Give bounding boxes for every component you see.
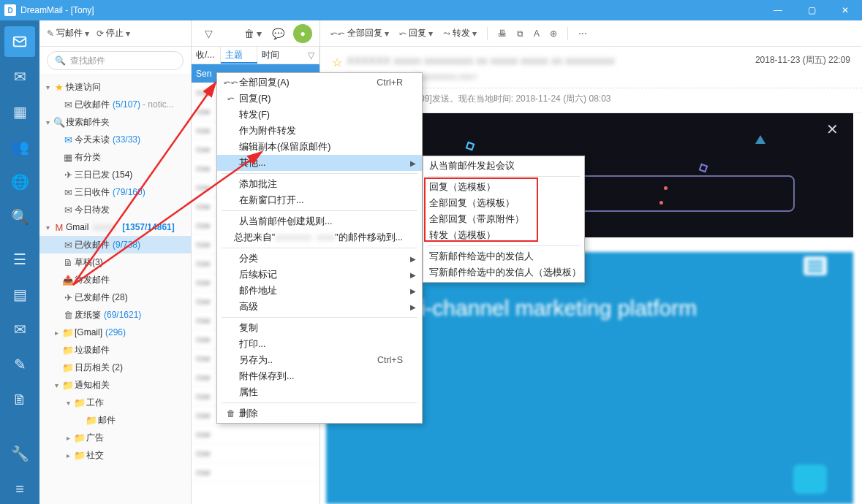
menu-move-to[interactable]: 总把来自"xxxxxxxx xxxx"的邮件移动到... xyxy=(217,229,422,245)
rail-globe-icon[interactable]: 🌐 xyxy=(4,167,35,197)
submenu-new-to-sel[interactable]: 写新邮件给选中的发信人 xyxy=(423,248,584,264)
hamburger-icon[interactable] xyxy=(804,256,827,275)
tree-today-pending[interactable]: ✉今日待发 xyxy=(39,201,191,218)
col-time: 时间▽ xyxy=(257,47,320,64)
rail-search-icon[interactable]: 🔍 xyxy=(4,202,35,232)
external-icon[interactable]: ⧉ xyxy=(514,24,526,43)
menu-advanced[interactable]: 高级▶ xyxy=(217,299,422,315)
rail-menu-icon[interactable]: ≡ xyxy=(4,473,35,504)
forward-button[interactable]: ⤳转发▾ xyxy=(440,24,480,43)
rail-edit-icon[interactable]: ✎ xyxy=(4,349,35,380)
menu-copy[interactable]: 复制 xyxy=(217,320,422,336)
zoom-icon[interactable]: ⊕ xyxy=(547,24,560,43)
menu-save-as[interactable]: 另存为..Ctrl+S xyxy=(217,352,422,368)
menu-delete[interactable]: 🗑删除 xyxy=(217,405,422,421)
submenu-new-to-sel-tpl[interactable]: 写新邮件给选中的发信人（选模板） xyxy=(423,264,584,280)
menu-save-attach[interactable]: 附件保存到... xyxy=(217,368,422,384)
window-title: DreamMail - [Tony] xyxy=(20,5,761,15)
tree-gmail-mail[interactable]: 📁邮件 xyxy=(39,411,191,429)
tree-gmail-inbox[interactable]: ✉已收邮件(9/738) xyxy=(39,236,191,253)
submenu-reply-tpl[interactable]: 回复（选模板） xyxy=(423,179,584,195)
tree-sent-3days[interactable]: ✈三日已发 (154) xyxy=(39,166,191,183)
context-submenu: 从当前邮件发起会议 回复（选模板） 全部回复（选模板） 全部回复（带原附件） 转… xyxy=(423,156,585,283)
folder-sidebar: ✎写邮件▾ ⟳停止▾ 🔍查找邮件 ▾★快速访问 ✉已收邮件(5/107)- no… xyxy=(39,20,192,504)
menu-other[interactable]: 其他...▶ xyxy=(217,155,422,171)
submenu-start-meeting[interactable]: 从当前邮件发起会议 xyxy=(423,158,584,174)
menu-add-annotation[interactable]: 添加批注 xyxy=(217,176,422,192)
tree-gmail-notify[interactable]: ▾📁通知相关 xyxy=(39,376,191,394)
tree-quick-access[interactable]: ▾★快速访问 xyxy=(39,78,191,96)
tree-quick-inbox[interactable]: ✉已收邮件(5/107)- notic... xyxy=(39,96,191,113)
menu-edit-copy[interactable]: 编辑副本(保留原邮件) xyxy=(217,139,422,155)
maximize-button[interactable]: ▢ xyxy=(795,0,828,20)
star-icon[interactable]: ☆ xyxy=(332,56,342,69)
menu-mail-addr[interactable]: 邮件地址▶ xyxy=(217,283,422,299)
reply-button[interactable]: ⤺回复▾ xyxy=(396,24,436,43)
rail-envelope-icon[interactable]: ✉ xyxy=(4,61,35,92)
compose-button[interactable]: ✎写邮件▾ xyxy=(47,27,89,39)
menu-properties[interactable]: 属性 xyxy=(217,384,422,400)
rail-doc-icon[interactable]: 🗎 xyxy=(4,384,35,415)
tree-gmail-social[interactable]: ▸📁社交 xyxy=(39,446,191,464)
submenu-reply-all-tpl[interactable]: 全部回复（选模板） xyxy=(423,195,584,211)
menu-followup[interactable]: 后续标记▶ xyxy=(217,267,422,283)
delete-icon[interactable]: 🗑 ▾ xyxy=(243,24,262,43)
app-icon: D xyxy=(4,4,16,16)
search-icon: 🔍 xyxy=(55,56,66,66)
menu-forward[interactable]: 转发(F) xyxy=(217,107,422,123)
rail-contacts-icon[interactable]: 👥 xyxy=(4,131,35,162)
tree-gmail-outbox[interactable]: 📤待发邮件 xyxy=(39,271,191,289)
rail-mail-icon[interactable] xyxy=(4,26,35,57)
nav-rail: ✉ ▦ 👥 🌐 🔍 ☰ ▤ ✉ ✎ 🗎 🔧 ≡ xyxy=(0,20,39,504)
tree-gmail-ads[interactable]: ▸📁广告 xyxy=(39,429,191,446)
tree-today-unread[interactable]: ✉今天未读(33/33) xyxy=(39,131,191,148)
list-headers[interactable]: 收/... 主题 时间▽ xyxy=(192,47,320,64)
print-icon[interactable]: 🖶 xyxy=(495,24,510,43)
tree-gmail-sent[interactable]: ✈已发邮件 (28) xyxy=(39,289,191,306)
menu-print[interactable]: 打印... xyxy=(217,336,422,352)
close-button[interactable]: ✕ xyxy=(828,0,862,20)
col-subject: 主题 xyxy=(221,47,257,64)
chat-icon[interactable]: 💬 xyxy=(268,24,287,43)
mail-date: 2018-11-23 (周五) 22:09 xyxy=(755,54,850,66)
tree-categorized[interactable]: ▦有分类 xyxy=(39,148,191,166)
tree-gmail-account[interactable]: ▾MGmailxxxxx[1357/14861] xyxy=(39,218,191,236)
menu-new-window[interactable]: 在新窗口打开... xyxy=(217,192,422,208)
reply-all-button[interactable]: ⤺⤺全部回复▾ xyxy=(328,24,392,43)
search-input[interactable]: 🔍查找邮件 xyxy=(47,51,184,70)
menu-create-rule[interactable]: 从当前邮件创建规则... xyxy=(217,213,422,229)
hero-title: Multi-channel marketing platform xyxy=(379,296,697,321)
rail-message-icon[interactable]: ✉ xyxy=(4,314,35,345)
translate-icon[interactable]: A xyxy=(531,24,542,43)
rail-calendar-icon[interactable]: ▦ xyxy=(4,96,35,127)
rail-template-icon[interactable]: ▤ xyxy=(4,279,35,310)
more-icon[interactable]: ⋯ xyxy=(575,24,590,43)
menu-reply-all[interactable]: ⤺⤺全部回复(A)Ctrl+R xyxy=(217,75,422,91)
tree-search-folders[interactable]: ▾🔍搜索邮件夹 xyxy=(39,113,191,131)
tree-gmail-trash[interactable]: 🗑废纸篓(69/1621) xyxy=(39,306,191,324)
rail-notes-icon[interactable]: ☰ xyxy=(4,244,35,275)
tree-gmail-drafts[interactable]: 🗎草稿(3) xyxy=(39,253,191,271)
submenu-reply-all-attach[interactable]: 全部回复（带原附件） xyxy=(423,211,584,227)
tree-gmail-calendar[interactable]: 📁日历相关 (2) xyxy=(39,359,191,376)
tree-gmail-work[interactable]: ▾📁工作 xyxy=(39,394,191,411)
list-row[interactable]: row xyxy=(192,463,320,482)
chat-bubble-icon[interactable] xyxy=(793,465,827,494)
rail-settings-icon[interactable]: 🔧 xyxy=(4,438,35,469)
tree-recv-3days[interactable]: ✉三日收件(79/160) xyxy=(39,183,191,201)
list-row[interactable]: row xyxy=(192,444,320,463)
banner-close-icon[interactable]: ✕ xyxy=(826,121,839,138)
filter-icon[interactable]: ▽ xyxy=(199,24,218,43)
tree-gmail-spam[interactable]: 📁垃圾邮件 xyxy=(39,341,191,359)
menu-classify[interactable]: 分类▶ xyxy=(217,251,422,267)
stop-button[interactable]: ⟳停止▾ xyxy=(97,27,130,39)
status-dot-icon[interactable]: ● xyxy=(293,24,312,43)
tree-gmail-folder[interactable]: ▸📁[Gmail](296) xyxy=(39,324,191,341)
list-row[interactable]: row xyxy=(192,425,320,444)
title-bar: D DreamMail - [Tony] — ▢ ✕ xyxy=(0,0,862,20)
menu-forward-attach[interactable]: 作为附件转发 xyxy=(217,123,422,139)
submenu-forward-tpl[interactable]: 转发（选模板） xyxy=(423,227,584,243)
menu-reply[interactable]: ⤺回复(R) xyxy=(217,91,422,107)
minimize-button[interactable]: — xyxy=(761,0,795,20)
col-recv: 收/... xyxy=(192,47,221,64)
